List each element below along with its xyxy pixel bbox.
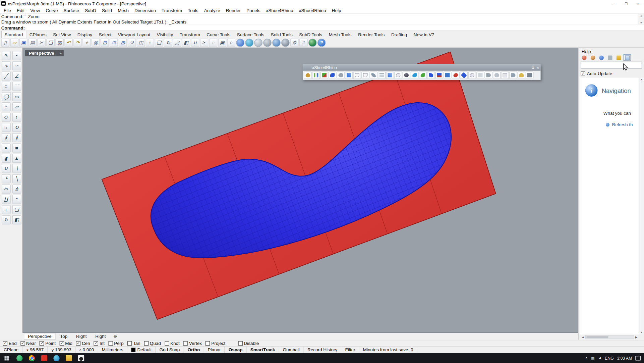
circle-icon[interactable]: ○	[1, 82, 10, 91]
osnap-checkbox[interactable]	[59, 341, 64, 345]
osnap-item[interactable]: Point	[40, 341, 56, 346]
menu-item[interactable]: Curve	[43, 7, 61, 14]
arc-icon[interactable]: ⌒	[12, 82, 21, 91]
menu-item[interactable]: Help	[329, 7, 344, 14]
toolbar-tab[interactable]: Curve Tools	[203, 31, 234, 38]
ghosted-display-icon[interactable]	[254, 39, 262, 47]
viewport-menu-dropdown-icon[interactable]: ▼	[58, 50, 64, 56]
rhino-app-icon[interactable]	[75, 353, 87, 363]
scrollbar-thumb[interactable]	[587, 336, 608, 338]
menu-item[interactable]: File	[1, 7, 14, 14]
osnap-checkbox[interactable]	[20, 341, 25, 345]
surface-plane-icon[interactable]: ▱	[12, 102, 21, 111]
osnap-checkbox[interactable]	[165, 341, 169, 345]
new-viewport-tab-button[interactable]: ⊕	[113, 334, 117, 339]
cone-icon[interactable]: ▲	[12, 154, 21, 163]
xshoe-cut-icon[interactable]	[370, 71, 377, 79]
rotate-icon[interactable]: ↻	[1, 215, 10, 224]
cut-icon[interactable]: ✂	[37, 39, 46, 47]
menu-item[interactable]: Render	[223, 7, 243, 14]
chrome-icon[interactable]	[25, 353, 38, 363]
mirror-icon[interactable]: ◧	[12, 215, 21, 224]
xshoe-disc-icon[interactable]	[468, 71, 476, 79]
xshoe-u-curve-2-icon[interactable]	[361, 71, 369, 79]
points-icon[interactable]: •	[12, 51, 21, 60]
panel-tab-3-icon[interactable]	[598, 55, 605, 60]
move-icon[interactable]: +	[146, 39, 154, 47]
join-icon[interactable]: ∐	[1, 195, 10, 204]
rendered-display-icon[interactable]	[245, 39, 253, 47]
polygon-icon[interactable]: ⌂	[1, 102, 10, 111]
zoom-window-icon[interactable]: ⊡	[101, 39, 109, 47]
tray-expand-icon[interactable]: ∧	[585, 356, 588, 360]
menu-item[interactable]: Dimension	[132, 7, 159, 14]
toolbar-tab[interactable]: Solid Tools	[268, 31, 296, 38]
xshoe-pad-icon[interactable]	[493, 71, 501, 79]
xshoe-leaf-green-icon[interactable]	[419, 71, 427, 79]
zoom-dynamic-icon[interactable]: ◎	[92, 39, 100, 47]
layer-button[interactable]: Default	[127, 347, 156, 353]
menu-item[interactable]: Surface	[61, 7, 82, 14]
help-horizontal-scrollbar[interactable]: ◀ ▶	[579, 334, 644, 340]
help-search-input[interactable]	[581, 62, 642, 68]
join-icon[interactable]: ∪	[191, 39, 199, 47]
scroll-up-icon[interactable]: ∧	[640, 79, 642, 82]
control-point-curve-icon[interactable]: ∽	[12, 61, 21, 70]
options-icon[interactable]: ⚙	[290, 39, 299, 47]
move-icon[interactable]: +	[1, 205, 10, 214]
extrude-icon[interactable]: ↑	[12, 113, 21, 122]
xshoe-pen-2-icon[interactable]	[386, 71, 394, 79]
osnap-item[interactable]: End	[3, 341, 17, 346]
toolbar-tab[interactable]: Display	[74, 31, 96, 38]
auto-update-checkbox[interactable]	[581, 71, 585, 76]
copy-icon[interactable]: ❏	[46, 39, 55, 47]
explode-icon[interactable]: *	[12, 195, 21, 204]
grid-snap-toggle[interactable]: Grid Snap	[156, 347, 184, 353]
start-button[interactable]	[0, 353, 13, 363]
osnap-item[interactable]: Cen	[76, 341, 90, 346]
panel-tab-1-icon[interactable]	[581, 55, 587, 60]
menu-item[interactable]: Solid	[99, 7, 115, 14]
minimize-button[interactable]: —	[608, 0, 620, 7]
toolbar-tab[interactable]: Drafting	[388, 31, 410, 38]
menu-item[interactable]: Panels	[244, 7, 263, 14]
help-vertical-scrollbar[interactable]: ∧ ∨	[639, 78, 644, 335]
osnap-item[interactable]: Knot	[165, 341, 180, 346]
notifications-icon[interactable]	[635, 356, 641, 360]
hide-object-icon[interactable]: ◌	[209, 39, 218, 47]
toolbar-tab[interactable]: SubD Tools	[296, 31, 326, 38]
units-button[interactable]: Millimeters	[98, 347, 127, 353]
toolbar-tab[interactable]: Visibility	[154, 31, 176, 38]
x-coordinate[interactable]: x 96.587	[22, 347, 48, 353]
pan-icon[interactable]: ⌖	[82, 39, 91, 47]
scroll-right-icon[interactable]: ▶	[635, 335, 638, 339]
print-icon[interactable]: ▤	[28, 39, 37, 47]
sphere-icon[interactable]: ●	[1, 144, 10, 153]
z-coordinate[interactable]: z 0.000	[75, 347, 98, 353]
gear-icon[interactable]: ⚙	[531, 65, 535, 69]
autosave-status[interactable]: Minutes from last save: 0	[359, 347, 417, 353]
scroll-left-icon[interactable]: ◀	[582, 335, 584, 339]
osnap-checkbox[interactable]	[183, 341, 188, 345]
trim-icon[interactable]: ✂	[1, 185, 10, 194]
sweep-icon[interactable]: ∮	[1, 133, 10, 142]
xshoe-loop-icon[interactable]	[394, 71, 402, 79]
menu-item[interactable]: xShoe4Rhino	[263, 7, 296, 14]
copy-object-icon[interactable]: ❏	[155, 39, 163, 47]
toolbar-tab[interactable]: Surface Tools	[234, 31, 268, 38]
viewport-title[interactable]: Perspective	[25, 50, 58, 56]
menu-item[interactable]: SubD	[82, 7, 99, 14]
osnap-item[interactable]: Near	[20, 341, 36, 346]
close-button[interactable]: ×	[632, 0, 644, 7]
planar-toggle[interactable]: Planar	[204, 347, 225, 353]
y-coordinate[interactable]: y 139.893	[48, 347, 75, 353]
xray-display-icon[interactable]	[263, 39, 272, 47]
refresh-link[interactable]: Refresh th	[612, 122, 633, 127]
osnap-checkbox[interactable]	[3, 341, 7, 345]
xshoe-fan-blue-icon[interactable]	[411, 71, 418, 79]
toolbar-tab[interactable]: New in V7	[410, 31, 437, 38]
menu-item[interactable]: Tools	[185, 7, 201, 14]
xshoe-last-gold-icon[interactable]	[304, 71, 312, 79]
viewport-tab[interactable]: Perspective	[24, 333, 56, 340]
panel-tab-help-icon[interactable]	[624, 55, 631, 60]
